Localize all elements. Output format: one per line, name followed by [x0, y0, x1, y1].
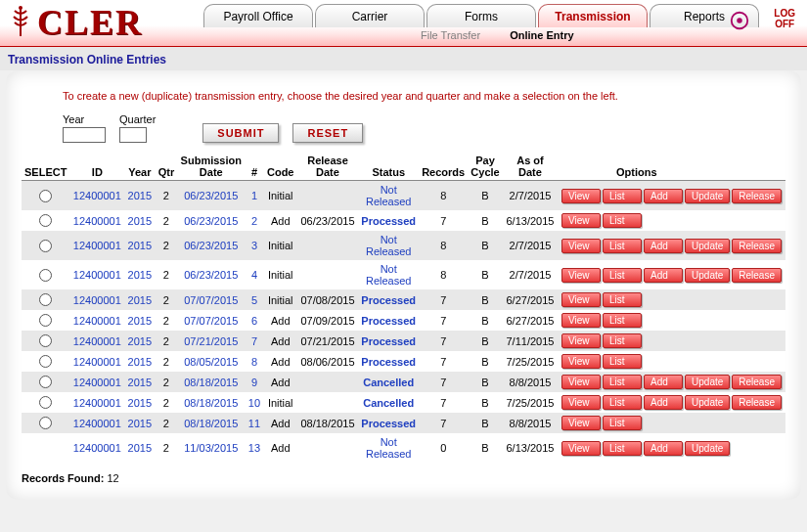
update-button[interactable]: Update [685, 395, 730, 410]
cell-number[interactable]: 7 [251, 335, 257, 347]
cell-id[interactable]: 12400001 [73, 335, 121, 347]
cell-submission-date[interactable]: 08/18/2015 [184, 377, 238, 388]
select-radio[interactable] [39, 376, 52, 388]
add-button[interactable]: Add [644, 395, 683, 410]
cell-year[interactable]: 2015 [128, 294, 152, 306]
cell-year[interactable]: 2015 [128, 418, 152, 429]
cell-id[interactable]: 12400001 [73, 356, 121, 368]
cell-id[interactable]: 12400001 [73, 315, 121, 327]
select-radio[interactable] [39, 190, 52, 202]
list-button[interactable]: List [603, 375, 642, 389]
release-button[interactable]: Release [732, 239, 782, 253]
cell-year[interactable]: 2015 [128, 240, 152, 251]
view-button[interactable]: View [561, 395, 601, 410]
cell-submission-date[interactable]: 07/07/2015 [184, 315, 238, 327]
cell-id[interactable]: 12400001 [73, 240, 121, 251]
view-button[interactable]: View [561, 313, 601, 328]
select-radio[interactable] [39, 355, 52, 368]
settings-icon[interactable] [729, 10, 750, 31]
list-button[interactable]: List [603, 268, 642, 283]
tab-carrier[interactable]: Carrier [315, 4, 425, 27]
tab-forms[interactable]: Forms [426, 4, 536, 27]
subtab-file-transfer[interactable]: File Transfer [421, 29, 480, 41]
cell-number[interactable]: 6 [251, 315, 257, 327]
cell-submission-date[interactable]: 08/18/2015 [184, 418, 238, 429]
list-button[interactable]: List [603, 213, 642, 228]
view-button[interactable]: View [561, 375, 601, 389]
cell-number[interactable]: 3 [251, 240, 257, 251]
release-button[interactable]: Release [732, 268, 782, 283]
add-button[interactable]: Add [644, 375, 683, 389]
cell-number[interactable]: 13 [248, 442, 260, 454]
list-button[interactable]: List [603, 292, 642, 307]
cell-year[interactable]: 2015 [128, 335, 152, 347]
cell-number[interactable]: 5 [251, 294, 257, 306]
view-button[interactable]: View [561, 416, 601, 430]
cell-submission-date[interactable]: 07/21/2015 [184, 335, 238, 347]
cell-submission-date[interactable]: 11/03/2015 [184, 442, 238, 454]
cell-id[interactable]: 12400001 [73, 397, 121, 409]
list-button[interactable]: List [603, 333, 642, 348]
cell-submission-date[interactable]: 06/23/2015 [184, 190, 238, 201]
cell-submission-date[interactable]: 08/05/2015 [184, 356, 238, 368]
select-radio[interactable] [39, 293, 52, 306]
tab-payroll-office[interactable]: Payroll Office [203, 4, 313, 27]
cell-number[interactable]: 4 [251, 269, 257, 281]
view-button[interactable]: View [561, 268, 601, 283]
release-button[interactable]: Release [732, 375, 782, 389]
subtab-online-entry[interactable]: Online Entry [510, 29, 573, 41]
add-button[interactable]: Add [644, 189, 683, 203]
cell-year[interactable]: 2015 [128, 442, 152, 454]
add-button[interactable]: Add [644, 239, 683, 253]
cell-year[interactable]: 2015 [128, 377, 152, 388]
view-button[interactable]: View [561, 292, 601, 307]
list-button[interactable]: List [603, 441, 642, 456]
view-button[interactable]: View [561, 239, 601, 253]
select-radio[interactable] [39, 269, 52, 282]
cell-submission-date[interactable]: 06/23/2015 [184, 269, 238, 281]
cell-submission-date[interactable]: 06/23/2015 [184, 240, 238, 251]
release-button[interactable]: Release [732, 395, 782, 410]
list-button[interactable]: List [603, 354, 642, 369]
cell-year[interactable]: 2015 [128, 215, 152, 227]
tab-transmission[interactable]: Transmission [538, 4, 648, 27]
cell-id[interactable]: 12400001 [73, 294, 121, 306]
select-radio[interactable] [39, 214, 52, 227]
list-button[interactable]: List [603, 239, 642, 253]
year-input[interactable] [63, 127, 106, 143]
view-button[interactable]: View [561, 213, 601, 228]
cell-submission-date[interactable]: 07/07/2015 [184, 294, 238, 306]
cell-id[interactable]: 12400001 [73, 418, 121, 429]
view-button[interactable]: View [561, 189, 601, 203]
cell-year[interactable]: 2015 [128, 315, 152, 327]
cell-id[interactable]: 12400001 [73, 377, 121, 388]
submit-button[interactable]: SUBMIT [202, 123, 279, 143]
update-button[interactable]: Update [685, 441, 730, 456]
select-radio[interactable] [39, 334, 52, 347]
select-radio[interactable] [39, 417, 52, 429]
list-button[interactable]: List [603, 416, 642, 430]
view-button[interactable]: View [561, 441, 601, 456]
quarter-input[interactable] [119, 127, 147, 143]
cell-id[interactable]: 12400001 [73, 215, 121, 227]
update-button[interactable]: Update [685, 268, 730, 283]
cell-year[interactable]: 2015 [128, 190, 152, 201]
cell-id[interactable]: 12400001 [73, 442, 121, 454]
add-button[interactable]: Add [644, 268, 683, 283]
cell-year[interactable]: 2015 [128, 356, 152, 368]
select-radio[interactable] [39, 396, 52, 409]
view-button[interactable]: View [561, 354, 601, 369]
cell-number[interactable]: 11 [248, 418, 260, 429]
cell-id[interactable]: 12400001 [73, 269, 121, 281]
update-button[interactable]: Update [685, 375, 730, 389]
cell-id[interactable]: 12400001 [73, 190, 121, 201]
cell-year[interactable]: 2015 [128, 269, 152, 281]
reset-button[interactable]: RESET [292, 123, 363, 143]
list-button[interactable]: List [603, 395, 642, 410]
view-button[interactable]: View [561, 333, 601, 348]
cell-submission-date[interactable]: 08/18/2015 [184, 397, 238, 409]
cell-number[interactable]: 10 [248, 397, 260, 409]
cell-number[interactable]: 9 [251, 377, 257, 388]
cell-number[interactable]: 8 [251, 356, 257, 368]
cell-number[interactable]: 2 [251, 215, 257, 227]
